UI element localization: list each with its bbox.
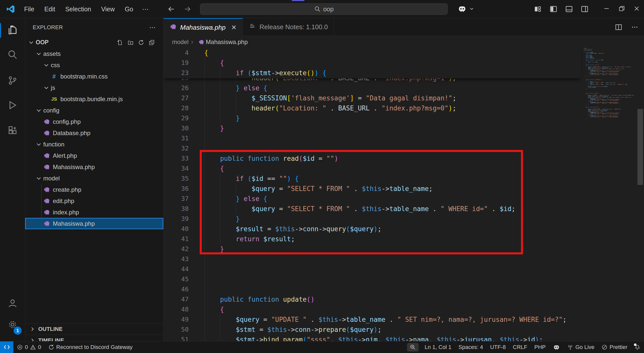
tab-mahasiswa[interactable]: Mahasiswa.php ✕ xyxy=(164,18,243,36)
code-line-4[interactable]: 4{ xyxy=(164,48,581,58)
code-line-23[interactable]: 23 if ($stmt->execute()) { xyxy=(164,68,581,78)
minimap[interactable]: <?php session_start(); class Mahasiswa {… xyxy=(584,48,637,341)
code-line-44[interactable]: 44 xyxy=(164,264,581,274)
tree-item-mahasiswa-php[interactable]: Mahasiswa.php xyxy=(25,161,163,173)
forward-icon[interactable] xyxy=(184,5,191,13)
breadcrumb-file[interactable]: Mahasiswa.php xyxy=(206,38,248,46)
code-line-19[interactable]: 19 { xyxy=(164,58,581,68)
explorer-more-icon[interactable]: ⋯ xyxy=(149,24,156,31)
new-folder-icon[interactable] xyxy=(128,40,134,46)
new-file-icon[interactable] xyxy=(117,40,123,46)
code-line-34[interactable]: 34 { xyxy=(164,164,581,174)
code-line-36[interactable]: 36 $query = "SELECT * FROM " . $this->ta… xyxy=(164,184,581,194)
vertical-scrollbar[interactable] xyxy=(637,109,643,185)
tree-item-create-php[interactable]: create.php xyxy=(25,184,163,195)
code-line-27[interactable]: 27 $_SESSION['flash_message'] = "Data ga… xyxy=(164,93,581,103)
tree-item-js[interactable]: js xyxy=(25,82,163,93)
tree-item-database-php[interactable]: Database.php xyxy=(25,127,163,139)
tree-item-assets[interactable]: assets xyxy=(25,48,163,59)
code-line-28[interactable]: 28 header("Location: " . BASE_URL . "ind… xyxy=(164,103,581,113)
activity-search[interactable] xyxy=(0,47,25,62)
go-live-button[interactable]: Go Live xyxy=(564,341,598,353)
code-line-38[interactable]: 38 $query = "SELECT * FROM " . $this->ta… xyxy=(164,204,581,214)
account-button[interactable] xyxy=(0,295,25,311)
breadcrumb-folder[interactable]: model xyxy=(172,38,188,46)
code-line-48[interactable]: 48 { xyxy=(164,304,581,315)
menu-go[interactable]: Go xyxy=(120,6,138,13)
code-line-29[interactable]: 29 } xyxy=(164,113,581,123)
activity-run-debug[interactable] xyxy=(0,97,25,113)
menu-more[interactable]: ⋯ xyxy=(138,6,153,13)
close-window-icon[interactable] xyxy=(633,5,640,12)
tree-item-mahasiswa-php[interactable]: Mahasiswa.php xyxy=(25,218,163,229)
tree-item-function[interactable]: function xyxy=(25,139,163,150)
copilot-status[interactable] xyxy=(549,341,564,353)
code-line-30[interactable]: 30 } xyxy=(164,123,581,133)
tree-item-config-php[interactable]: config.php xyxy=(25,116,163,127)
prettier-status[interactable]: Prettier xyxy=(598,341,631,353)
toggle-sidebar-icon[interactable] xyxy=(549,5,557,13)
code-line-41[interactable]: 41 return $result; xyxy=(164,234,581,244)
tree-item-bootstrap-bundle-min-js[interactable]: JSbootstrap.bundle.min.js xyxy=(25,93,163,105)
code-line-43[interactable]: 43 xyxy=(164,254,581,264)
tree-item-index-php[interactable]: index.php xyxy=(25,207,163,218)
tree-item-config[interactable]: config xyxy=(25,105,163,116)
code-line-32[interactable]: 32 xyxy=(164,143,581,153)
cursor-position[interactable]: Ln 1, Col 1 xyxy=(421,341,455,353)
encoding[interactable]: UTF-8 xyxy=(487,341,509,353)
code-line-42[interactable]: 42 } xyxy=(164,244,581,254)
code-line-40[interactable]: 40 $result = $this->conn->query($query); xyxy=(164,224,581,234)
command-center-search[interactable]: oop xyxy=(200,3,448,15)
activity-source-control[interactable] xyxy=(0,73,25,88)
tree-item-label: css xyxy=(51,62,60,69)
tree-item-model[interactable]: model xyxy=(25,173,163,184)
code-line-31[interactable]: 31 xyxy=(164,133,581,143)
toggle-panel-icon[interactable] xyxy=(565,5,573,13)
close-tab-icon[interactable]: ✕ xyxy=(231,24,237,31)
discord-status[interactable]: Reconnect to Discord Gateway xyxy=(45,341,136,353)
menu-edit[interactable]: Edit xyxy=(39,6,60,13)
code-line-33[interactable]: 33 public function read($id = "") xyxy=(164,153,581,164)
toggle-secondary-sidebar-icon[interactable] xyxy=(581,5,589,13)
zoom-indicator[interactable] xyxy=(407,343,419,351)
tree-item-css[interactable]: css xyxy=(25,59,163,71)
activity-explorer[interactable] xyxy=(0,22,25,38)
refresh-explorer-icon[interactable] xyxy=(138,40,144,46)
tab-release-notes[interactable]: Release Notes: 1.100.0 xyxy=(243,18,334,36)
code-line-47[interactable]: 47 public function update() xyxy=(164,294,581,304)
activity-extensions[interactable] xyxy=(0,123,25,138)
notifications-button[interactable] xyxy=(631,341,644,353)
tree-item-alert-php[interactable]: Alert.php xyxy=(25,150,163,161)
menu-selection[interactable]: Selection xyxy=(60,6,96,13)
restore-icon[interactable] xyxy=(618,5,625,12)
menu-view[interactable]: View xyxy=(96,6,120,13)
code-line-51[interactable]: 51 $stmt->bind_param("ssss", $this->nim,… xyxy=(164,335,581,341)
code-line-46[interactable]: 46 xyxy=(164,284,581,294)
code-line-39[interactable]: 39 } xyxy=(164,214,581,224)
code-line-37[interactable]: 37 } else { xyxy=(164,194,581,204)
tree-item-edit-php[interactable]: edit.php xyxy=(25,195,163,207)
problems-indicator[interactable]: 0 0 xyxy=(13,341,45,353)
eol-selector[interactable]: CRLF xyxy=(509,341,531,353)
code-editor[interactable]: 51 $stmt->bind_param("ssss", $this->nim,… xyxy=(164,48,644,341)
split-editor-icon[interactable] xyxy=(615,23,622,31)
outline-section[interactable]: OUTLINE xyxy=(25,323,163,335)
collapse-folders-icon[interactable] xyxy=(149,40,155,46)
language-mode[interactable]: PHP xyxy=(531,341,549,353)
timeline-section[interactable]: TIMELINE xyxy=(25,335,163,341)
indentation[interactable]: Spaces: 4 xyxy=(455,341,487,353)
code-line-35[interactable]: 35 if ($id == "") { xyxy=(164,174,581,184)
code-line-26[interactable]: 26 } else { xyxy=(164,83,581,93)
minimize-icon[interactable] xyxy=(603,5,610,12)
copilot-menu[interactable] xyxy=(457,4,474,14)
back-icon[interactable] xyxy=(168,5,175,13)
editor-more-icon[interactable] xyxy=(631,23,638,31)
customize-layout-icon[interactable] xyxy=(534,5,542,13)
menu-file[interactable]: File xyxy=(19,6,39,13)
tree-item-bootstrap-min-css[interactable]: #bootstrap.min.css xyxy=(25,71,163,82)
code-line-50[interactable]: 50 $stmt = $this->conn->prepare($query); xyxy=(164,325,581,335)
code-line-45[interactable]: 45 xyxy=(164,274,581,284)
remote-indicator[interactable] xyxy=(0,341,13,353)
code-line-49[interactable]: 49 $query = "UPDATE " . $this->table_nam… xyxy=(164,315,581,325)
tree-item-oop[interactable]: OOP xyxy=(25,37,163,48)
